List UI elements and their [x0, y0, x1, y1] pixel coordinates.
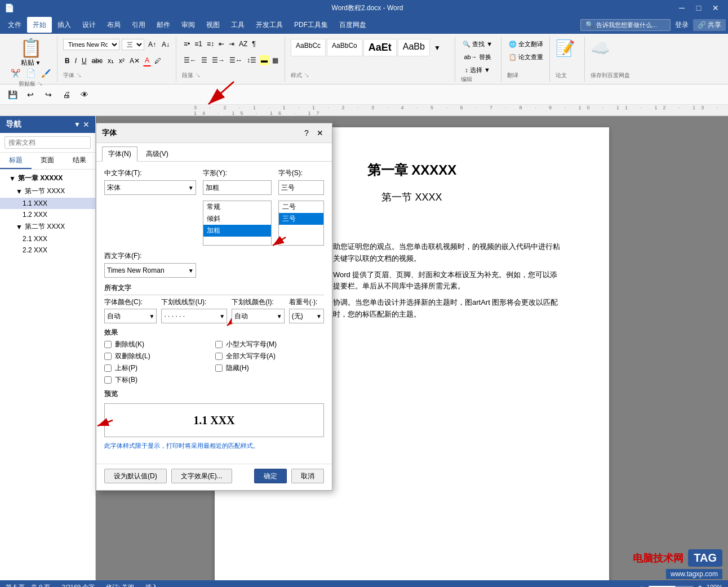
set-default-button[interactable]: 设为默认值(D) [104, 469, 167, 483]
dialog-tabs: 字体(N) 高级(V) [96, 143, 332, 162]
preview-area-wrap: 1.1 XXX [104, 403, 324, 437]
western-font-col: 西文字体(F): Times New Roman ▼ [104, 251, 196, 278]
emphasis-select[interactable]: (无) [289, 309, 324, 323]
effects-grid: 删除线(K) 小型大写字母(M) 双删除线(L) 全部大写字母(A) 上标(P)… [104, 340, 324, 385]
preview-note: 此字体样式限于显示，打印时将采用最相近的匹配样式。 [104, 442, 324, 450]
underline-color-select[interactable]: 自动 [232, 309, 284, 323]
chinese-font-label: 中文字体(T): [104, 168, 196, 178]
western-font-select-wrap: Times New Roman ▼ [104, 263, 196, 278]
chinese-font-list-col [104, 201, 196, 246]
dialog-close-button[interactable]: ✕ [314, 127, 326, 139]
effect-subscript[interactable]: 下标(B) [104, 375, 213, 385]
underline-type-wrap: · · · · · · ▼ [161, 309, 227, 323]
watermark-text: 电脑技术网 [633, 552, 683, 565]
all-text-label: 所有文字 [104, 283, 324, 295]
effect-superscript[interactable]: 上标(P) [104, 363, 213, 373]
underline-type-select[interactable]: · · · · · · [161, 309, 227, 323]
emphasis-label: 着重号(·): [289, 297, 324, 307]
chinese-font-select[interactable]: 宋体 [104, 180, 196, 195]
emphasis-wrap: (无) ▼ [289, 309, 324, 323]
preview-arrow [93, 415, 116, 434]
underline-type-col: 下划线线型(U): · · · · · · ▼ [161, 297, 227, 323]
font-color-select-wrap: 自动 ▼ [104, 309, 157, 323]
size-col: 字号(S): [278, 168, 324, 195]
preview-text: 1.1 XXX [193, 414, 234, 427]
style-select-wrap [203, 180, 272, 195]
svg-line-9 [97, 420, 113, 426]
underline-row: 字体颜色(C): 自动 ▼ 下划线线型(U): · · · · · · [104, 297, 324, 323]
ok-button[interactable]: 确定 [254, 469, 287, 483]
svg-line-3 [208, 82, 234, 104]
size-option-3[interactable]: 三号 [279, 213, 323, 225]
size-select-wrap [278, 180, 324, 195]
font-color-select[interactable]: 自动 [104, 309, 157, 323]
chinese-font-select-wrap: 宋体 ▼ [104, 180, 196, 195]
style-option-italic[interactable]: 倾斜 [203, 213, 271, 225]
chinese-font-col: 中文字体(T): 宋体 ▼ [104, 168, 196, 195]
emphasis-col: 着重号(·): (无) ▼ [289, 297, 324, 323]
underline-color-col: 下划线颜色(I): 自动 ▼ [232, 297, 284, 323]
style-col: 字形(Y): [203, 168, 272, 195]
effect-all-caps[interactable]: 全部大写字母(A) [215, 352, 324, 361]
underline-color-wrap: 自动 ▼ [232, 309, 284, 323]
dialog-tab-font[interactable]: 字体(N) [102, 146, 137, 162]
font-color-label: 字体颜色(C): [104, 297, 157, 307]
style-arrow [272, 234, 288, 254]
style-label: 字形(Y): [203, 168, 272, 178]
dialog-footer: 设为默认值(D) 文字效果(E)... 确定 取消 [96, 464, 332, 490]
watermark-tag: TAG [688, 549, 722, 567]
western-font-row: 西文字体(F): Times New Roman ▼ [104, 251, 324, 278]
effect-strikethrough[interactable]: 删除线(K) [104, 340, 213, 349]
effect-small-caps[interactable]: 小型大写字母(M) [215, 340, 324, 349]
svg-line-5 [273, 237, 286, 246]
cancel-button[interactable]: 取消 [291, 469, 324, 483]
effect-hidden[interactable]: 隐藏(H) [215, 363, 324, 373]
ribbon-arrow [200, 76, 245, 112]
underline-type-label: 下划线线型(U): [161, 297, 227, 307]
size-label: 字号(S): [278, 168, 324, 178]
font-row-1: 中文字体(T): 宋体 ▼ 字形(Y): 字号(S): [104, 168, 324, 195]
dialog-title-bar: 字体 ? ✕ [96, 123, 332, 143]
style-listbox[interactable]: 常规 倾斜 加粗 [203, 201, 272, 246]
footer-right: 确定 取消 [254, 469, 324, 483]
dialog-controls: ? ✕ [300, 127, 326, 139]
size-option-2[interactable]: 二号 [279, 201, 323, 213]
watermark-url: www.tagxp.com [666, 569, 722, 579]
effects-label: 效果 [104, 328, 324, 337]
dialog-tab-advanced[interactable]: 高级(V) [140, 146, 175, 161]
font-dialog: 字体 ? ✕ 字体(N) 高级(V) 中文字体(T): 宋体 [96, 123, 332, 491]
footer-left: 设为默认值(D) 文字效果(E)... [104, 469, 232, 483]
style-option-regular[interactable]: 常规 [203, 201, 271, 213]
watermark: 电脑技术网 TAG [633, 549, 722, 567]
dialog-body: 中文字体(T): 宋体 ▼ 字形(Y): 字号(S): [96, 162, 332, 461]
style-option-bold[interactable]: 加粗 [203, 225, 271, 237]
preview-label: 预览 [104, 389, 324, 399]
dialog-title: 字体 [102, 128, 117, 138]
effect-double-strikethrough[interactable]: 双删除线(L) [104, 352, 213, 361]
dialog-help-button[interactable]: ? [300, 127, 313, 139]
style-input[interactable] [203, 180, 272, 195]
western-font-label: 西文字体(F): [104, 251, 196, 261]
preview-area: 1.1 XXX [104, 403, 324, 437]
size-input[interactable] [278, 180, 324, 195]
text-effects-button[interactable]: 文字效果(E)... [171, 469, 232, 483]
western-font-select[interactable]: Times New Roman [104, 263, 196, 278]
dialog-overlay: 字体 ? ✕ 字体(N) 高级(V) 中文字体(T): 宋体 [0, 0, 728, 587]
font-color-col: 字体颜色(C): 自动 ▼ [104, 297, 157, 323]
underline-color-label: 下划线颜色(I): [232, 297, 284, 307]
listbox-row: 常规 倾斜 加粗 [104, 201, 324, 246]
style-list-col: 常规 倾斜 加粗 [203, 201, 272, 246]
